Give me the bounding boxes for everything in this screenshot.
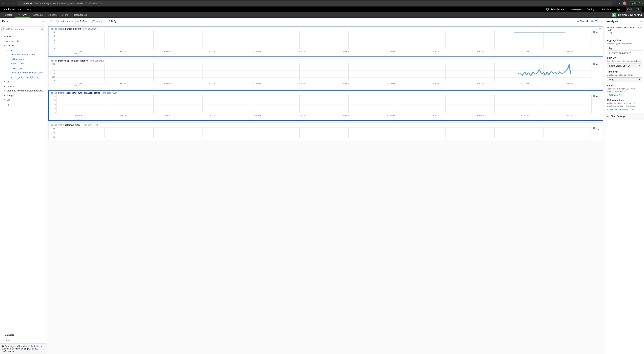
chevron-down-icon: ▾ <box>607 26 608 29</box>
overlay-checkbox-row[interactable]: Overlay on right axis <box>607 52 642 54</box>
collapse-left-icon[interactable]: « <box>43 20 44 23</box>
add-filter-link[interactable]: + Add New Filter <box>607 94 642 97</box>
alerts-section[interactable]: ▸Alerts <box>0 337 47 343</box>
splitby-button[interactable]: ✂Split By <box>106 20 116 23</box>
administrator-menu[interactable]: Administrator▼ <box>551 8 567 11</box>
site-info-icon[interactable]: ⓘ <box>19 2 21 5</box>
drag-handle-icon[interactable]: ::::::::: <box>322 27 329 28</box>
nav-tab-reports[interactable]: Reports <box>46 12 60 18</box>
tree-item-partition_count[interactable]: partition_count <box>0 57 47 61</box>
extensions-icon[interactable]: ✦ <box>619 2 621 5</box>
tree-ccloud[interactable]: ▾ccloud <box>0 43 47 48</box>
chart-header: ccloud_metric_retained_bytes (Time span=… <box>48 123 603 127</box>
browser-back-icon[interactable]: ← <box>2 2 5 5</box>
refresh-menu[interactable]: ▼ <box>90 20 91 22</box>
chart-card-metrics_api_request_latency[interactable]: ccloud_metrics_api_request_latency (Time… <box>48 58 603 88</box>
tree-metrics[interactable]: ▾Metrics <box>0 34 47 39</box>
url-bar[interactable]: ⓘ localhost:18000/en-US/app/search/analy… <box>16 1 613 6</box>
info-badge-icon[interactable]: i <box>546 8 549 11</box>
tree-metric[interactable]: ▾metric <box>0 48 47 52</box>
grid-view-icon[interactable]: ▦ <box>590 19 594 23</box>
analysis-metric-name: ccloud_metric_successful_authentic... <box>608 26 642 32</box>
browser-update-button[interactable]: Update⋮ <box>629 1 642 5</box>
timeshift-section: Time Shift Display an earlier time range… <box>607 70 642 82</box>
nav-tab-search[interactable]: Search <box>2 12 15 18</box>
aggregation-input[interactable] <box>607 46 642 51</box>
charts-area: ::::::::: ccloud_metric_partition_count … <box>47 25 605 354</box>
chart-legend: Avg <box>592 95 601 113</box>
chart-header: ccloud_metric_successful_authentication_… <box>49 91 603 95</box>
workspace: Data « 🔍 ▾Metrics + Add new filter ▾cclo… <box>0 18 644 354</box>
plot-area[interactable] <box>56 31 592 49</box>
plot-area[interactable] <box>56 63 592 81</box>
chart-body: 20151050 Avg <box>48 31 603 51</box>
aggregation-section: Aggregation Select or type an aggregatio… <box>607 39 642 54</box>
chart-settings-button[interactable]: ⚙ Chart Settings <box>605 113 644 120</box>
tree-item-retained_bytes[interactable]: retained_bytes <box>0 66 47 70</box>
nav-tab-dashboards[interactable]: Dashboards <box>71 12 90 18</box>
tree-item-spl[interactable]: ▸spl <box>0 97 47 102</box>
timeshift-select[interactable]: None▼ <box>607 77 642 82</box>
tree-item-request_count[interactable]: request_count <box>0 61 47 66</box>
legend-swatch <box>593 31 595 33</box>
help-menu[interactable]: Help▼ <box>615 8 622 11</box>
nav-tab-datasets[interactable]: Datasets <box>30 12 46 18</box>
chart-more-icon[interactable]: ⋯ <box>595 28 597 30</box>
datasets-section[interactable]: ▸Datasets <box>0 332 47 337</box>
chart-legend: Avg <box>592 127 601 138</box>
settings-menu[interactable]: Settings▼ <box>587 8 598 11</box>
search-icon: 🔍 <box>41 28 44 31</box>
chart-card-retained_bytes[interactable]: ccloud_metric_retained_bytes (Time span=… <box>48 123 603 140</box>
right-panel: Analysis » ▾ ccloud_metric_successful_au… <box>605 18 644 354</box>
nav-tab-analytics[interactable]: Analytics <box>15 12 30 18</box>
chart-body: 1.2510.750.50.250 Avg <box>48 63 603 83</box>
clear-all-button[interactable]: ⊘Clear all <box>577 20 588 23</box>
tree-metrics-api[interactable]: metrics_api_request_latency <box>0 75 47 79</box>
splitby-select[interactable]: Inherit Global Split By▼ <box>607 64 642 68</box>
left-panel-title: Data <box>2 20 8 23</box>
tree-item-scrape[interactable]: ▸scrape <box>0 93 47 97</box>
url-port: :18000 <box>32 2 39 5</box>
tree-item-go[interactable]: ▸go <box>0 79 47 84</box>
y-axis: 20151050 <box>51 31 56 49</box>
refresh-button[interactable]: ⟳Refresh <box>77 20 88 23</box>
tree-item-process[interactable]: ▸process <box>0 84 47 88</box>
chart-close-icon[interactable]: ✕ <box>599 28 601 30</box>
browser-forward-icon: → <box>6 2 10 5</box>
add-reference-link[interactable]: + Add New Reference Line <box>607 108 642 111</box>
data-search-box[interactable]: 🔍 <box>2 27 45 32</box>
time-picker[interactable]: 🕘Last 1 hour▼ <box>56 20 74 23</box>
tree-item-successful_authentication_count[interactable]: successful_authentication_count <box>0 70 47 75</box>
splunk-logo[interactable]: splunk>enterprise <box>2 8 22 11</box>
chart-card-partition_count[interactable]: ::::::::: ccloud_metric_partition_count … <box>48 26 603 57</box>
analysis-body: Aggregation Select or type an aggregatio… <box>605 35 644 120</box>
y-axis: 1007550 <box>51 127 56 138</box>
bookmark-icon[interactable]: ☆ <box>614 2 616 5</box>
browser-reload-icon[interactable]: ⟳ <box>12 2 15 5</box>
overlay-checkbox[interactable] <box>607 52 610 54</box>
x-axis: 9:45 PMSun, Jul 1820219:50 PM9:55 PM10:0… <box>48 83 603 88</box>
chart-card-successful_authentication_count[interactable]: ccloud_metric_successful_authentication_… <box>48 90 603 121</box>
tree-item-up[interactable]: up <box>0 102 47 107</box>
tree-item-promhttp_metric_handler_requests[interactable]: ▸promhttp_metric_handler_requests <box>0 88 47 93</box>
split-icon: ✂ <box>106 20 108 23</box>
data-search-input[interactable] <box>3 28 41 31</box>
messages-menu[interactable]: Messages▼ <box>570 8 584 11</box>
activity-menu[interactable]: Activity▼ <box>602 8 611 11</box>
undo-icon[interactable]: ↶ <box>50 20 52 23</box>
right-panel-header: Analysis » <box>605 18 644 25</box>
expand-right-icon[interactable]: » <box>640 20 642 23</box>
nav-tab-alerts[interactable]: Alerts <box>60 12 71 18</box>
apps-menu[interactable]: Apps▼ <box>27 8 35 11</box>
plot-area[interactable] <box>56 95 592 113</box>
more-icon[interactable]: ⋯ <box>600 20 602 23</box>
center-toolbar: ↶ 🕘Last 1 hour▼ ⟳Refresh ▼ (30s ago) ✂Sp… <box>47 18 605 25</box>
ingest-time-link[interactable]: Last 15 minutes ▼ <box>24 345 42 347</box>
add-filter-link[interactable]: + Add new filter <box>0 39 47 43</box>
tree-item-active_connection_count[interactable]: active_connection_count <box>0 52 47 57</box>
find-input[interactable]: Find🔍 <box>626 7 642 12</box>
plot-area[interactable] <box>56 127 592 138</box>
list-view-icon[interactable]: ☰ <box>594 19 598 23</box>
profile-avatar[interactable] <box>623 2 626 5</box>
analysis-metric-row[interactable]: ▾ ccloud_metric_successful_authentic... … <box>605 25 644 35</box>
